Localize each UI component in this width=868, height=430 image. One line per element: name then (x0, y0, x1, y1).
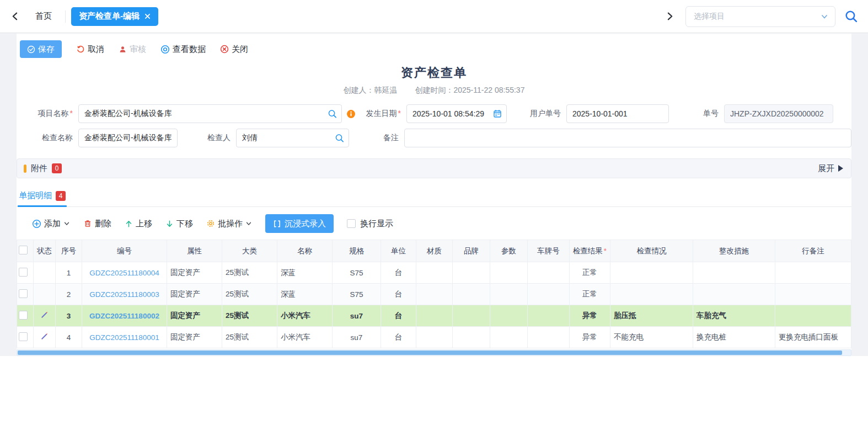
info-icon[interactable] (346, 109, 356, 119)
expand-button[interactable]: 展开 (818, 163, 843, 174)
remark-field-wrap (404, 129, 851, 147)
name-cell: 深蓝 (277, 262, 333, 284)
remark-input[interactable] (405, 129, 851, 147)
user-no-label: 用户单号 (507, 109, 566, 119)
project-select-placeholder: 选择项目 (694, 12, 725, 22)
back-chevron-icon[interactable] (8, 9, 22, 24)
check-name-field-wrap (78, 129, 178, 147)
wrap-display-toggle[interactable]: 换行显示 (347, 219, 393, 229)
edit-pencil-icon[interactable] (40, 311, 49, 319)
unit-cell: 台 (381, 284, 416, 305)
tab-home[interactable]: 首页 (28, 8, 60, 25)
code-link[interactable]: GDZC202511180002 (89, 312, 159, 320)
row-checkbox[interactable] (19, 289, 28, 298)
check-name-input[interactable] (79, 129, 177, 147)
param-cell (490, 305, 528, 327)
row-checkbox[interactable] (19, 268, 28, 277)
horizontal-scrollbar[interactable] (17, 349, 851, 356)
immersive-entry-button[interactable]: 沉浸式录入 (265, 214, 334, 233)
attr-cell: 固定资产 (167, 262, 222, 284)
name-cell: 小米汽车 (277, 327, 333, 348)
creator-label: 创建人： (344, 86, 374, 94)
arrow-up-icon (125, 220, 133, 228)
detail-tab-bar: 单据明细 4 (17, 186, 851, 207)
audit-button[interactable]: 审核 (119, 44, 146, 55)
code-link[interactable]: GDZC202511180003 (89, 290, 159, 299)
check-name-label: 检查名称 (17, 133, 78, 143)
row-checkbox[interactable] (19, 311, 28, 320)
project-search-icon[interactable] (328, 109, 337, 119)
result-cell: 异常 (570, 327, 610, 348)
calendar-icon[interactable] (493, 109, 502, 118)
spec-cell: S75 (333, 262, 381, 284)
page: 首页 资产检查单-编辑 选择项目 (0, 0, 868, 430)
move-down-button[interactable]: 下移 (165, 219, 193, 229)
occur-date-input[interactable] (407, 105, 506, 123)
tab-detail-lines[interactable]: 单据明细 4 (18, 186, 67, 206)
batch-label: 批操作 (218, 219, 243, 229)
batch-chevron-down-icon (245, 220, 252, 227)
col-spec: 规格 (333, 240, 381, 262)
col-unit: 单位 (381, 240, 416, 262)
checker-label: 检查人 (178, 133, 236, 143)
view-data-icon (160, 45, 170, 54)
attachment-count-badge: 0 (52, 163, 62, 173)
measure-cell (693, 262, 775, 284)
col-row-remark: 行备注 (775, 240, 851, 262)
immersive-label: 沉浸式录入 (285, 219, 326, 229)
view-data-button[interactable]: 查看数据 (160, 44, 206, 55)
row-remark-cell: 更换充电插口面板 (775, 327, 851, 348)
batch-operation-button[interactable]: 批操作 (206, 219, 252, 229)
scrollbar-thumb[interactable] (18, 351, 842, 355)
active-tab-label: 资产检查单-编辑 (79, 11, 140, 22)
checker-input[interactable] (237, 129, 349, 147)
project-select[interactable]: 选择项目 (685, 6, 835, 27)
save-check-icon (27, 45, 35, 54)
tab-separator (65, 10, 66, 23)
move-up-button[interactable]: 上移 (125, 219, 152, 229)
gear-icon (206, 219, 215, 228)
global-search-icon[interactable] (844, 9, 858, 23)
situation-cell: 胎压抵 (610, 305, 693, 327)
param-cell (490, 284, 528, 305)
project-name-input[interactable] (79, 105, 341, 123)
code-link[interactable]: GDZC202511180001 (89, 333, 159, 342)
select-all-checkbox[interactable] (19, 246, 28, 254)
unit-cell: 台 (381, 327, 416, 348)
tab-close-icon[interactable] (144, 13, 151, 19)
person-icon (119, 45, 127, 54)
grid-toolbar: 添加 删除 上移 下移 (17, 207, 851, 240)
wrap-checkbox[interactable] (347, 219, 356, 228)
unit-cell: 台 (381, 305, 416, 327)
user-no-input[interactable] (567, 105, 668, 123)
remark-label: 备注 (349, 133, 404, 143)
close-button[interactable]: 关闭 (220, 44, 248, 55)
material-cell (416, 327, 453, 348)
result-cell: 正常 (570, 284, 610, 305)
name-cell: 小米汽车 (277, 305, 333, 327)
cancel-button[interactable]: 取消 (76, 44, 104, 55)
result-cell: 正常 (570, 262, 610, 284)
col-code: 编号 (82, 240, 167, 262)
audit-label: 审核 (130, 44, 146, 55)
spec-cell: su7 (333, 327, 381, 348)
plate-cell (528, 262, 570, 284)
row-checkbox[interactable] (19, 332, 28, 341)
forward-chevron-icon[interactable] (662, 9, 677, 24)
col-situation: 检查情况 (610, 240, 693, 262)
add-row-button[interactable]: 添加 (32, 219, 70, 229)
plate-cell (528, 284, 570, 305)
attr-cell: 固定资产 (167, 327, 222, 348)
wrap-label: 换行显示 (360, 219, 393, 229)
edit-pencil-icon[interactable] (40, 332, 49, 341)
top-tab-bar: 首页 资产检查单-编辑 选择项目 (0, 0, 868, 33)
order-no-field-wrap (724, 104, 833, 123)
undo-icon (76, 45, 85, 54)
result-cell: 异常 (570, 305, 610, 327)
checker-search-icon[interactable] (335, 134, 344, 143)
spec-cell: su7 (333, 305, 381, 327)
save-button[interactable]: 保存 (20, 40, 62, 58)
code-link[interactable]: GDZC202511180004 (89, 269, 159, 277)
tab-asset-inspection-edit[interactable]: 资产检查单-编辑 (71, 7, 158, 26)
delete-row-button[interactable]: 删除 (83, 219, 111, 229)
